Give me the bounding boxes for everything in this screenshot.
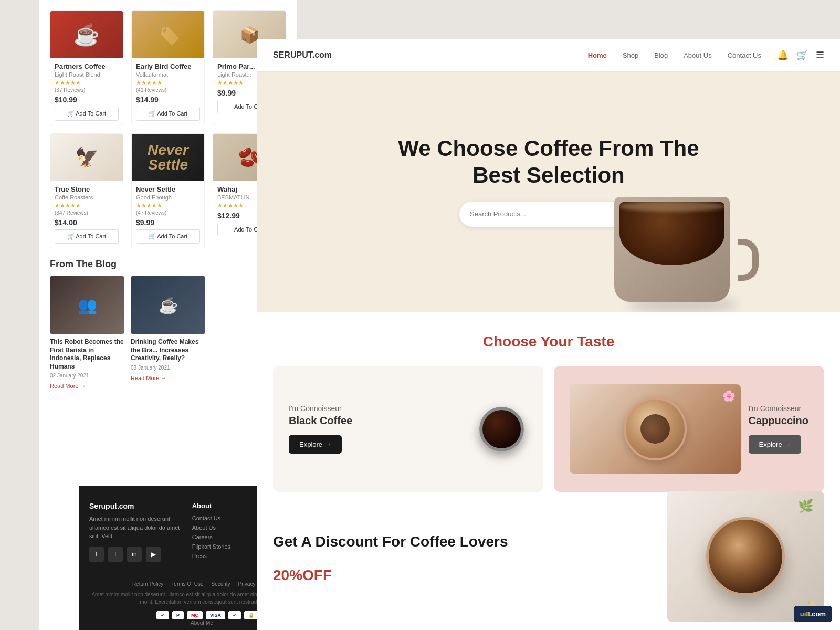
footer-security-link[interactable]: Security	[211, 581, 230, 587]
product-price: $14.99	[136, 96, 200, 104]
footer-privacy-link[interactable]: Privacy	[238, 581, 256, 587]
product-reviews: (347 Reviews)	[55, 210, 119, 216]
product-name: Early Bird Coffee	[136, 62, 200, 70]
product-card: ☕ Partners Coffee Light Roast Blend ★★★★…	[50, 10, 123, 125]
product-info: Never Settle Good Enough ★★★★★ (47 Revie…	[132, 181, 204, 248]
footer-aboutus-link[interactable]: About Us	[192, 524, 254, 531]
search-input[interactable]	[470, 210, 617, 218]
footer-brand-col: Seruput.com Amet minim mollit non deseru…	[89, 502, 182, 562]
add-to-cart-button[interactable]: 🛒 Add To Cart	[55, 229, 119, 244]
add-to-cart-button[interactable]: 🛒 Add To Cart	[136, 107, 200, 121]
footer-terms-link[interactable]: Terms Of Use	[171, 581, 203, 587]
blog-card: This Robot Becomes the First Barista in …	[50, 276, 124, 390]
product-name: Partners Coffee	[55, 62, 119, 70]
nav-home[interactable]: Home	[588, 51, 607, 59]
footer-about-heading: About	[192, 502, 254, 510]
product-price: $14.00	[55, 218, 119, 227]
footer-press-link[interactable]: Press	[192, 553, 254, 559]
nav-links: Home Shop Blog About Us Contact Us	[588, 51, 761, 59]
product-card: Never Settle Never Settle Good Enough ★★…	[131, 133, 205, 248]
navbar: SERUPUT.com Home Shop Blog About Us Cont…	[257, 39, 840, 71]
twitter-icon[interactable]: t	[108, 547, 123, 562]
discount-title: Get A Discount For Coffee Lovers	[273, 532, 508, 551]
taste-card-text-cappuccino: I'm Connoisseur Cappuccino Explore →	[749, 404, 808, 454]
add-to-cart-button[interactable]: 🛒 Add To Cart	[55, 107, 119, 121]
paypal-icon: P	[172, 611, 184, 620]
discount-section: Get A Discount For Coffee Lovers 20%OFF …	[257, 470, 840, 630]
nav-shop[interactable]: Shop	[623, 51, 638, 59]
verified-icon: ✓	[228, 611, 241, 620]
explore-black-button[interactable]: Explore →	[289, 435, 342, 454]
product-image-truestone: 🦅	[50, 134, 123, 181]
visa-icon: VISA	[206, 611, 225, 620]
black-coffee-visual	[479, 407, 524, 452]
blog-card: Drinking Coffee Makes the Bra... Increas…	[131, 276, 205, 390]
linkedin-icon[interactable]: in	[127, 547, 142, 562]
menu-icon[interactable]: ☰	[816, 49, 824, 61]
product-card: 🏷️ Early Bird Coffee Vollautormat ★★★★★ …	[131, 10, 205, 125]
product-sub: Good Enough	[136, 194, 200, 201]
blog-date-1: 02 January 2021	[50, 373, 124, 379]
add-to-cart-button[interactable]: 🛒 Add To Cart	[136, 229, 200, 244]
product-price: $9.99	[136, 218, 200, 227]
product-stars: ★★★★★	[136, 202, 200, 209]
product-image-early: 🏷️	[132, 11, 204, 58]
explore-cappuccino-button[interactable]: Explore →	[749, 435, 802, 454]
search-bar: 🔍	[459, 202, 638, 227]
cappuccino-image: 🌸	[570, 384, 741, 474]
mastercard-icon: MC	[187, 611, 203, 620]
secure-icon: 🔒	[244, 611, 258, 620]
product-image-neversettle: Never Settle	[132, 134, 204, 181]
footer-contact-link[interactable]: Contact Us	[192, 515, 254, 521]
nav-contact[interactable]: Contact Us	[728, 51, 761, 59]
nav-icons: 🔔 🛒 ☰	[777, 49, 824, 61]
product-stars: ★★★★★	[55, 202, 119, 209]
ui8-icon: ui	[800, 610, 806, 618]
symantec-icon: ✓	[156, 611, 169, 620]
discount-amount: 20%OFF	[273, 557, 508, 586]
product-stars: ★★★★★	[136, 79, 200, 86]
discount-image: 🌿 ✨	[667, 491, 824, 622]
footer-careers-link[interactable]: Careers	[192, 534, 254, 540]
read-more-link-2[interactable]: Read More →	[131, 375, 166, 381]
product-price: $10.99	[55, 96, 119, 104]
product-reviews: (41 Reviews)	[136, 87, 200, 93]
blog-image-2	[131, 276, 205, 334]
product-info: Partners Coffee Light Roast Blend ★★★★★ …	[50, 58, 123, 125]
taste-card-text: I'm Connoisseur Black Coffee Explore →	[289, 404, 352, 454]
right-panel: SERUPUT.com Home Shop Blog About Us Cont…	[257, 39, 840, 630]
blog-title-1: This Robot Becomes the First Barista in …	[50, 338, 124, 371]
discount-text: Get A Discount For Coffee Lovers 20%OFF	[273, 532, 508, 585]
footer-about-col: About Contact Us About Us Careers Flipka…	[192, 502, 254, 562]
about-me-label: About Me	[191, 620, 213, 626]
youtube-icon[interactable]: ▶	[146, 547, 161, 562]
blog-title-2: Drinking Coffee Makes the Bra... Increas…	[131, 338, 205, 363]
taste-label-cappuccino: I'm Connoisseur	[749, 404, 808, 413]
blog-date-2: 08 January 2021	[131, 365, 205, 371]
ui8-badge: ui8.com	[794, 606, 832, 622]
hero-coffee-image	[614, 176, 761, 312]
site-logo[interactable]: SERUPUT.com	[273, 50, 332, 60]
footer-stories-link[interactable]: Flipkart Stories	[192, 543, 254, 550]
social-icons: f t in ▶	[89, 547, 182, 562]
taste-label-black: I'm Connoisseur	[289, 404, 352, 413]
product-name: True Stone	[55, 185, 119, 193]
footer-return-link[interactable]: Return Policy	[132, 581, 163, 587]
product-reviews: (37 Reviews)	[55, 87, 119, 93]
blog-section-title: From The Blog	[50, 259, 286, 270]
footer-brand-name: Seruput.com	[89, 502, 182, 510]
nav-about[interactable]: About Us	[684, 51, 711, 59]
taste-name-black: Black Coffee	[289, 415, 352, 427]
coffee-cup-topview	[706, 517, 785, 596]
nav-blog[interactable]: Blog	[654, 51, 668, 59]
facebook-icon[interactable]: f	[89, 547, 104, 562]
product-info: Early Bird Coffee Vollautormat ★★★★★ (41…	[132, 58, 204, 125]
cart-icon[interactable]: 🛒	[796, 49, 808, 61]
read-more-link-1[interactable]: Read More →	[50, 383, 86, 389]
product-stars: ★★★★★	[55, 79, 119, 86]
product-sub: Coffe Roasters	[55, 194, 119, 201]
taste-title: Choose Your Taste	[273, 333, 824, 350]
taste-name-cappuccino: Cappuccino	[749, 415, 808, 427]
notification-icon[interactable]: 🔔	[777, 49, 789, 61]
hero-section: We Choose Coffee From The Best Selection…	[257, 71, 840, 312]
